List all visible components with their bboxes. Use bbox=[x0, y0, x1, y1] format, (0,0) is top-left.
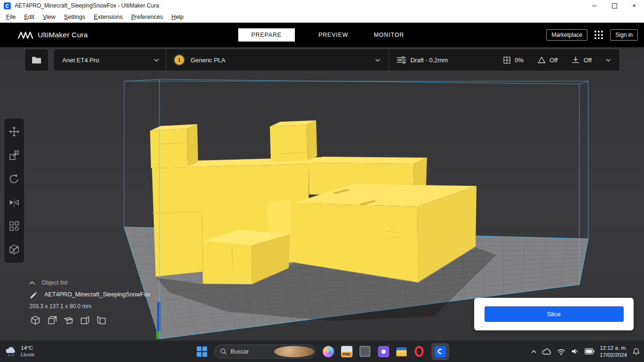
view-left-icon bbox=[80, 315, 90, 326]
file-explorer-icon[interactable] bbox=[396, 346, 407, 357]
menu-view[interactable]: View bbox=[39, 11, 60, 23]
wifi-icon[interactable] bbox=[557, 347, 566, 355]
notifications-bell-icon[interactable] bbox=[632, 347, 640, 356]
rotate-icon bbox=[8, 173, 20, 185]
chevron-down-icon bbox=[375, 59, 380, 62]
brand-name: UltiMaker Cura bbox=[38, 31, 88, 39]
view-3d-button[interactable] bbox=[29, 314, 42, 327]
copilot-app-icon[interactable] bbox=[322, 345, 335, 358]
print-settings-selector[interactable]: Draft - 0.2mm 0% Off bbox=[389, 49, 619, 71]
start-button[interactable] bbox=[196, 345, 208, 358]
material-name: Generic PLA bbox=[191, 57, 226, 64]
tab-prepare[interactable]: PREPARE bbox=[238, 28, 294, 42]
cura-app-icon bbox=[4, 2, 11, 9]
view-front-button[interactable] bbox=[46, 314, 58, 327]
onedrive-cloud-icon[interactable] bbox=[542, 347, 552, 356]
cura-taskbar-button[interactable] bbox=[432, 344, 449, 360]
pre-app-icon[interactable]: PRE bbox=[341, 345, 353, 358]
action-panel: Slice bbox=[474, 298, 634, 330]
support-blocker-icon bbox=[8, 244, 20, 255]
view-left-button[interactable] bbox=[79, 314, 91, 327]
taskbar-search[interactable]: Buscar bbox=[214, 345, 316, 359]
view-right-icon bbox=[96, 315, 107, 326]
menu-settings[interactable]: Settings bbox=[60, 11, 90, 23]
marketplace-button[interactable]: Marketplace bbox=[546, 29, 587, 41]
tab-monitor[interactable]: MONITOR bbox=[372, 28, 406, 42]
menu-help[interactable]: Help bbox=[167, 11, 188, 23]
window-app-icon[interactable] bbox=[359, 345, 371, 358]
move-icon bbox=[8, 126, 20, 137]
support-blocker-button[interactable] bbox=[4, 238, 24, 261]
rotate-tool-button[interactable] bbox=[4, 167, 24, 191]
clock-date: 17/02/2024 bbox=[600, 352, 627, 359]
view-top-button[interactable] bbox=[62, 314, 75, 327]
material-selector[interactable]: 1 Generic PLA bbox=[166, 49, 389, 71]
pencil-icon bbox=[29, 290, 38, 299]
adhesion-value: Off bbox=[584, 57, 592, 64]
apps-grid-icon[interactable] bbox=[594, 31, 603, 39]
move-tool-button[interactable] bbox=[4, 120, 24, 143]
object-list-item[interactable]: AET4PRO_Minecraft_SleepingSnowFox bbox=[29, 290, 150, 299]
view-top-icon bbox=[63, 315, 74, 326]
scale-icon bbox=[8, 150, 20, 161]
open-file-button[interactable] bbox=[25, 49, 49, 71]
search-placeholder: Buscar bbox=[231, 348, 271, 355]
ultimaker-cura-window: AET4PRO_Minecraft_SleepingSnowFox - Ulti… bbox=[0, 0, 644, 362]
maximize-button[interactable] bbox=[604, 0, 624, 11]
minimize-button[interactable] bbox=[585, 0, 604, 11]
menu-file[interactable]: File bbox=[2, 11, 20, 23]
sign-in-button[interactable]: Sign in bbox=[610, 29, 638, 41]
view-3d-icon bbox=[30, 315, 41, 326]
close-button[interactable]: × bbox=[624, 0, 644, 11]
weather-desc: Lluvia bbox=[21, 352, 34, 358]
object-list-toggle[interactable]: Object list bbox=[29, 279, 150, 286]
view-right-button[interactable] bbox=[95, 314, 108, 327]
taskbar-clock[interactable]: 12:12 a. m. 17/02/2024 bbox=[600, 345, 627, 359]
stage-tabs: PREPARE PREVIEW MONITOR bbox=[238, 28, 406, 42]
configuration-bar: Anet ET4 Pro 1 Generic PLA bbox=[53, 49, 620, 71]
chevron-down-icon bbox=[154, 59, 159, 62]
weather-rain-icon bbox=[5, 346, 17, 357]
tool-panel bbox=[4, 118, 25, 263]
menu-preferences[interactable]: Preferences bbox=[127, 11, 167, 23]
chevron-up-icon bbox=[29, 281, 35, 285]
windows-taskbar: 14°C Lluvia Buscar PRE bbox=[0, 340, 644, 362]
pre-badge: PRE bbox=[342, 352, 352, 357]
view-front-icon bbox=[47, 315, 57, 326]
tab-preview[interactable]: PREVIEW bbox=[317, 28, 350, 42]
model-sleeping-snow-fox[interactable] bbox=[150, 120, 477, 284]
adhesion-icon bbox=[572, 56, 579, 64]
extruder-1-badge: 1 bbox=[174, 54, 185, 66]
volume-icon[interactable] bbox=[571, 347, 579, 355]
tray-chevron-up-icon[interactable] bbox=[531, 350, 536, 354]
scale-tool-button[interactable] bbox=[4, 143, 24, 167]
infill-icon bbox=[503, 57, 510, 64]
menu-edit[interactable]: Edit bbox=[20, 11, 39, 23]
slice-button-label: Slice bbox=[547, 311, 560, 318]
object-name: AET4PRO_Minecraft_SleepingSnowFox bbox=[44, 291, 150, 298]
folder-icon bbox=[32, 56, 42, 64]
chevron-down-icon bbox=[606, 59, 611, 62]
object-dimensions: 203.3 x 137.1 x 80.0 mm bbox=[29, 303, 150, 310]
windows-logo-icon bbox=[197, 346, 207, 357]
per-model-settings-icon bbox=[8, 220, 20, 232]
cura-icon bbox=[435, 346, 446, 357]
slice-button[interactable]: Slice bbox=[485, 306, 624, 322]
infill-value: 0% bbox=[515, 57, 524, 64]
ultimaker-logo-icon bbox=[18, 31, 33, 39]
opera-app-icon[interactable] bbox=[413, 345, 426, 358]
per-model-settings-button[interactable] bbox=[4, 214, 24, 238]
mirror-tool-button[interactable] bbox=[4, 191, 24, 214]
mirror-icon bbox=[8, 197, 20, 208]
search-icon bbox=[220, 348, 227, 355]
main-header: UltiMaker Cura PREPARE PREVIEW MONITOR M… bbox=[0, 23, 644, 47]
printer-selector[interactable]: Anet ET4 Pro bbox=[54, 49, 166, 71]
object-list-panel: Object list AET4PRO_Minecraft_SleepingSn… bbox=[29, 279, 150, 327]
weather-widget[interactable]: 14°C Lluvia bbox=[5, 341, 34, 362]
menu-extensions[interactable]: Extensions bbox=[90, 11, 127, 23]
camera-view-presets bbox=[29, 314, 150, 327]
menubar: File Edit View Settings Extensions Prefe… bbox=[0, 11, 644, 23]
window-title: AET4PRO_Minecraft_SleepingSnowFox - Ulti… bbox=[15, 2, 159, 9]
battery-icon[interactable] bbox=[585, 348, 594, 354]
purple-app-icon[interactable] bbox=[377, 345, 390, 358]
